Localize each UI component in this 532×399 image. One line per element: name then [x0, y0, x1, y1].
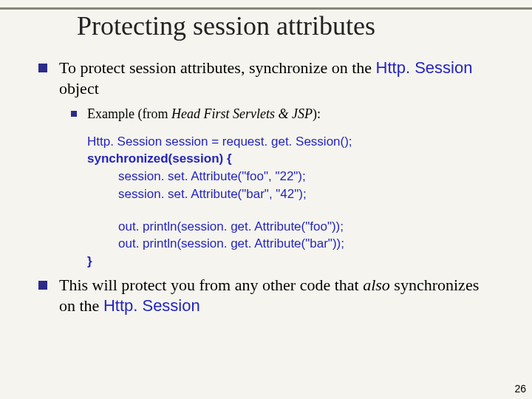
slide-body: To protect session attributes, synchroni… — [38, 58, 497, 317]
code-block: Http. Session session = request. get. Se… — [87, 133, 497, 271]
bullet-1a: Example (from Head First Servlets & JSP)… — [71, 106, 497, 123]
bullet-1-code: Http. Session — [376, 58, 473, 77]
code-line: session. set. Attribute("foo", "22"); — [87, 168, 497, 185]
code-line: session. set. Attribute("bar", "42"); — [87, 185, 497, 203]
bullet-1: To protect session attributes, synchroni… — [38, 58, 497, 98]
bullet-2-text: This will protect you from any other cod… — [59, 275, 497, 316]
bullet-2-code: Http. Session — [103, 296, 200, 315]
page-number: 26 — [514, 383, 526, 395]
bullet-2-pre: This will protect you from any other cod… — [59, 276, 363, 294]
bullet-1-post: object — [59, 79, 99, 98]
code-line: synchronized(session) { — [87, 150, 497, 168]
slide-title: Protecting session attributes — [77, 10, 375, 41]
bullet-1a-italic: Head First Servlets & JSP — [171, 106, 313, 121]
bullet-2-italic: also — [363, 276, 390, 294]
square-bullet-icon — [38, 281, 47, 290]
bullet-1-pre: To protect session attributes, synchroni… — [59, 58, 376, 77]
square-bullet-icon — [38, 64, 47, 72]
code-line: out. println(session. get. Attribute("ba… — [87, 235, 497, 253]
code-line: } — [87, 253, 497, 270]
bullet-1a-text: Example (from Head First Servlets & JSP)… — [87, 106, 321, 123]
code-line: Http. Session session = request. get. Se… — [87, 133, 497, 151]
title-rule — [0, 7, 532, 10]
square-bullet-icon — [71, 111, 77, 117]
bullet-1-text: To protect session attributes, synchroni… — [59, 58, 497, 98]
bullet-1a-pre: Example (from — [87, 106, 171, 121]
slide: Protecting session attributes To protect… — [0, 0, 532, 399]
bullet-2: This will protect you from any other cod… — [38, 275, 497, 316]
bullet-1a-post: ): — [313, 106, 321, 121]
code-blank-line — [87, 203, 497, 218]
code-line: out. println(session. get. Attribute("fo… — [87, 218, 497, 236]
